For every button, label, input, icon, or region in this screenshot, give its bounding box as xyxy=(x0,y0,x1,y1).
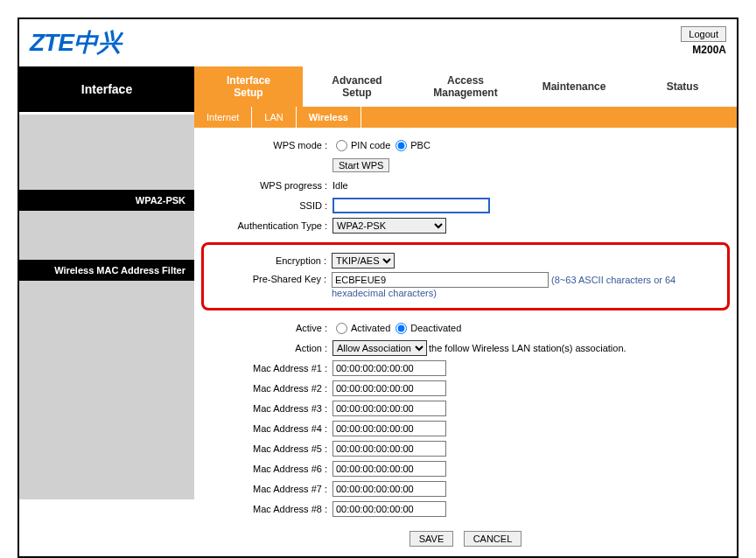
label-auth-type: Authentication Type : xyxy=(201,220,332,231)
mac4-input[interactable] xyxy=(332,421,446,436)
label-wps-mode: WPS mode : xyxy=(201,140,332,150)
mac8-input[interactable] xyxy=(332,501,446,517)
mac2-input[interactable] xyxy=(332,380,446,396)
mac3-input[interactable] xyxy=(332,401,446,416)
ssid-input[interactable] xyxy=(332,198,490,213)
logout-button[interactable]: Logout xyxy=(681,26,726,42)
auth-type-select[interactable]: WPA2-PSK xyxy=(332,218,446,234)
subtab-internet[interactable]: Internet xyxy=(194,107,252,128)
cancel-button[interactable]: CANCEL xyxy=(464,531,522,547)
mac5-input[interactable] xyxy=(332,441,446,457)
side-section-wpa: WPA2-PSK xyxy=(19,190,194,211)
radio-activated[interactable] xyxy=(336,323,347,334)
save-button[interactable]: SAVE xyxy=(410,531,454,547)
label-mac6: Mac Address #6 : xyxy=(201,464,332,474)
mac6-input[interactable] xyxy=(332,461,446,477)
model-label: M200A xyxy=(681,44,726,56)
wps-progress-value: Idle xyxy=(332,180,730,191)
label-mac2: Mac Address #2 : xyxy=(201,383,332,394)
encryption-select[interactable]: TKIP/AES xyxy=(332,253,395,269)
mac7-input[interactable] xyxy=(332,481,446,497)
label-pin: PIN code xyxy=(351,140,390,150)
label-mac5: Mac Address #5 : xyxy=(201,443,332,454)
label-wps-progress: WPS progress : xyxy=(201,180,332,191)
side-title: Interface xyxy=(19,66,194,115)
mac1-input[interactable] xyxy=(332,360,446,376)
label-psk: Pre-Shared Key : xyxy=(207,272,332,284)
radio-deactivated[interactable] xyxy=(396,323,407,334)
action-select[interactable]: Allow Association xyxy=(332,340,427,356)
main-tabs: Interface Setup Advanced Setup Access Ma… xyxy=(194,66,737,107)
side-section-macfilter: Wireless MAC Address Filter xyxy=(19,260,194,281)
logo: ZTE中兴 xyxy=(30,26,121,59)
label-mac8: Mac Address #8 : xyxy=(201,504,332,514)
tab-access-management[interactable]: Access Management xyxy=(411,66,520,107)
side-spacer xyxy=(19,115,194,190)
label-encryption: Encryption : xyxy=(207,255,332,266)
subtab-wireless[interactable]: Wireless xyxy=(297,107,361,128)
label-pbc: PBC xyxy=(410,140,430,150)
label-ssid: SSID : xyxy=(201,200,332,211)
label-mac7: Mac Address #7 : xyxy=(201,484,332,494)
label-active: Active : xyxy=(201,323,332,333)
tab-advanced-setup[interactable]: Advanced Setup xyxy=(303,66,411,107)
side-spacer xyxy=(19,281,194,499)
side-spacer xyxy=(19,211,194,260)
label-activated: Activated xyxy=(351,323,390,333)
tab-interface-setup[interactable]: Interface Setup xyxy=(194,66,303,107)
label-mac1: Mac Address #1 : xyxy=(201,363,332,373)
psk-hint-2: hexadecimal characters) xyxy=(332,288,724,298)
label-deactivated: Deactivated xyxy=(410,323,461,333)
radio-pbc[interactable] xyxy=(396,140,407,151)
start-wps-button[interactable]: Start WPS xyxy=(332,158,389,172)
psk-input[interactable] xyxy=(332,272,549,288)
subtab-lan[interactable]: LAN xyxy=(252,107,296,128)
tab-status[interactable]: Status xyxy=(628,66,737,107)
psk-hint: (8~63 ASCII characters or 64 xyxy=(551,275,676,285)
action-hint: the follow Wireless LAN station(s) assoc… xyxy=(429,343,626,353)
sub-tabs: Internet LAN Wireless xyxy=(194,107,737,128)
tab-maintenance[interactable]: Maintenance xyxy=(520,66,628,107)
label-action: Action : xyxy=(201,343,332,353)
label-mac4: Mac Address #4 : xyxy=(201,423,332,434)
label-mac3: Mac Address #3 : xyxy=(201,403,332,414)
wpa-highlight-box: Encryption : TKIP/AES Pre-Shared Key : (… xyxy=(201,242,730,310)
radio-pin-code[interactable] xyxy=(336,140,347,151)
